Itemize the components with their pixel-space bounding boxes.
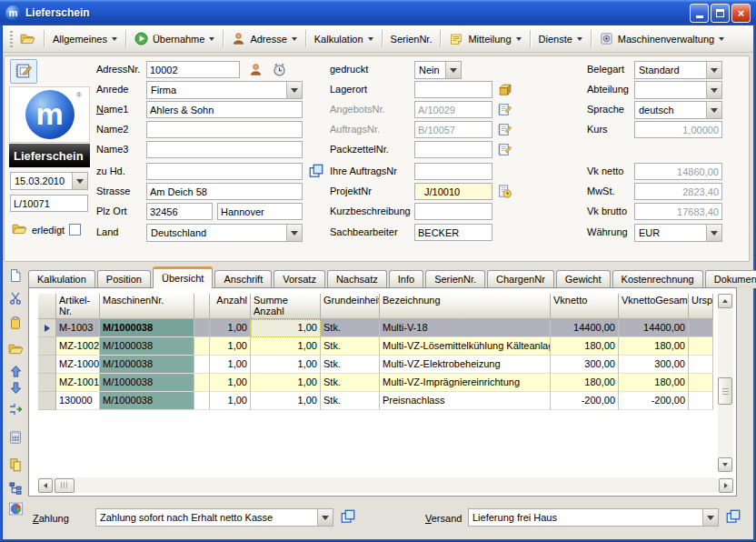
mwst-field[interactable] <box>634 183 722 200</box>
notepad-pen-button[interactable] <box>10 59 37 84</box>
chevron-down-icon[interactable] <box>317 509 333 526</box>
cell-summe-anzahl[interactable]: 1,00 <box>251 392 321 410</box>
cell-vknettogesamt[interactable]: 180,00 <box>619 337 689 356</box>
cell-grundeinheit[interactable]: Stk. <box>321 319 380 337</box>
ihre-auftragsnr-field[interactable] <box>414 163 492 180</box>
cell-maschinennr[interactable]: M/1000038 <box>100 374 194 392</box>
cell-blank[interactable] <box>194 337 210 356</box>
cell-maschinennr[interactable]: M/1000038 <box>100 337 194 356</box>
paste-note-icon[interactable] <box>7 315 24 331</box>
cell-blank[interactable] <box>194 356 210 374</box>
warehouse-box-icon[interactable] <box>496 81 512 97</box>
zahlung-select[interactable]: Zahlung sofort nach Erhalt netto Kasse <box>95 508 333 527</box>
cell-artikelnr[interactable]: 130000 <box>56 392 100 410</box>
vertical-scroll-thumb[interactable] <box>718 377 732 405</box>
cell-blank[interactable] <box>194 319 210 337</box>
row-selector[interactable] <box>38 374 56 392</box>
cell-anzahl[interactable]: 1,00 <box>210 392 251 410</box>
row-selector[interactable] <box>38 319 56 337</box>
chevron-down-icon[interactable] <box>706 62 721 78</box>
person-icon[interactable] <box>247 61 264 77</box>
lagerort-field[interactable] <box>414 81 492 98</box>
alarm-clock-icon[interactable] <box>271 61 287 77</box>
cell-artikelnr[interactable]: MZ-1002 <box>56 337 100 356</box>
cell-blank[interactable] <box>194 374 210 392</box>
cell-urspr[interactable] <box>689 356 713 374</box>
name3-field[interactable] <box>146 141 303 158</box>
column-header-einheit[interactable]: Grundeinheit <box>321 294 380 319</box>
column-header-maschine[interactable]: MaschinenNr. <box>100 294 194 319</box>
land-select[interactable]: Deutschland <box>146 224 303 242</box>
vk-brutto-field[interactable] <box>634 203 722 220</box>
column-header-vknetto[interactable]: Vknetto <box>551 294 619 319</box>
cell-urspr[interactable] <box>689 374 713 392</box>
lookup-notepad-icon[interactable] <box>496 101 512 117</box>
cell-maschinennr[interactable]: M/1000038 <box>100 319 194 337</box>
kurzbeschreibung-field[interactable] <box>414 203 492 220</box>
kurs-field[interactable] <box>634 121 722 138</box>
cell-anzahl[interactable]: 1,00 <box>210 337 251 356</box>
cell-maschinennr[interactable]: M/1000038 <box>100 392 194 410</box>
waehrung-select[interactable]: EUR <box>634 224 722 242</box>
cell-bezeichnung[interactable]: Multi-VZ-Imprägniereinrichtung <box>380 374 551 392</box>
sprache-select[interactable]: deutsch <box>634 101 722 119</box>
toolbar-item-allgemeines[interactable]: Allgemeines <box>49 32 121 46</box>
strasse-field[interactable] <box>146 183 303 200</box>
toolbar-item-uebernahme[interactable]: Übernahme <box>131 30 218 47</box>
cell-vknetto[interactable]: 180,00 <box>551 374 619 392</box>
cell-bezeichnung[interactable]: Multi-V-18 <box>380 319 551 337</box>
cell-vknettogesamt[interactable]: 14400,00 <box>619 319 689 337</box>
column-header-bezeichnung[interactable]: Bezeichnung <box>380 294 551 319</box>
tab-info[interactable]: Info <box>389 270 423 288</box>
table-row[interactable]: 130000M/10000381,001,00Stk.Preisnachlass… <box>38 392 713 410</box>
cell-vknettogesamt[interactable]: 300,00 <box>619 356 689 374</box>
row-selector[interactable] <box>38 392 56 410</box>
cell-maschinennr[interactable]: M/1000038 <box>100 356 194 374</box>
cell-anzahl[interactable]: 1,00 <box>210 356 251 374</box>
cell-vknetto[interactable]: -200,00 <box>551 392 619 410</box>
projektnr-field[interactable] <box>414 183 492 200</box>
scroll-down-button[interactable] <box>718 457 732 472</box>
tree-view-icon[interactable] <box>7 480 24 497</box>
gedruckt-select[interactable]: Nein <box>414 61 462 79</box>
cell-grundeinheit[interactable]: Stk. <box>321 392 380 410</box>
chevron-down-icon[interactable] <box>702 509 718 526</box>
minimize-button[interactable] <box>690 4 709 23</box>
tab-kalkulation[interactable]: Kalkulation <box>28 270 95 288</box>
versand-select[interactable]: Lieferung frei Haus <box>468 508 719 527</box>
tab-uebersicht[interactable]: Übersicht <box>153 266 213 288</box>
vk-netto-field[interactable] <box>634 163 722 180</box>
ort-field[interactable] <box>217 203 303 220</box>
erledigt-checkbox[interactable] <box>69 224 81 236</box>
scroll-up-button[interactable] <box>718 294 732 308</box>
belegart-select[interactable]: Standard <box>634 61 722 79</box>
tab-chargennr[interactable]: ChargenNr <box>487 270 554 288</box>
new-document-icon[interactable] <box>7 267 24 284</box>
copy-icon[interactable] <box>340 508 356 525</box>
plz-field[interactable] <box>146 203 213 220</box>
tab-position[interactable]: Position <box>97 270 151 288</box>
cell-artikelnr[interactable]: MZ-1001 <box>56 374 100 392</box>
cell-grundeinheit[interactable]: Stk. <box>321 356 380 374</box>
toolbar-item-adresse[interactable]: Adresse <box>228 30 300 47</box>
cell-vknetto[interactable]: 300,00 <box>551 356 619 374</box>
table-row[interactable]: MZ-1000M/10000381,001,00Stk.Multi-VZ-Ele… <box>38 356 713 374</box>
folder-open-icon[interactable] <box>7 340 24 356</box>
column-header-artikel[interactable]: Artikel-Nr. <box>56 294 100 319</box>
anrede-select[interactable]: Firma <box>146 81 303 99</box>
name1-field[interactable] <box>146 101 303 118</box>
tab-anschrift[interactable]: Anschrift <box>214 270 272 288</box>
cell-grundeinheit[interactable]: Stk. <box>321 374 380 392</box>
chevron-down-icon[interactable] <box>445 62 461 78</box>
tab-seriennr[interactable]: SerienNr. <box>425 270 485 288</box>
tab-nachsatz[interactable]: Nachsatz <box>327 270 387 288</box>
toolbar-item-dienste[interactable]: Dienste <box>535 32 586 46</box>
copy-pages-icon[interactable] <box>7 457 24 473</box>
column-header-summe[interactable]: Summe Anzahl <box>251 294 321 319</box>
column-header-anzahl[interactable]: Anzahl <box>210 294 251 319</box>
reorder-icon[interactable] <box>7 401 24 417</box>
scroll-right-button[interactable] <box>719 478 733 493</box>
cell-artikelnr[interactable]: M-1003 <box>56 319 100 337</box>
auftragsnr-field[interactable] <box>414 121 492 138</box>
tab-dokumente[interactable]: Dokumente <box>705 270 756 288</box>
